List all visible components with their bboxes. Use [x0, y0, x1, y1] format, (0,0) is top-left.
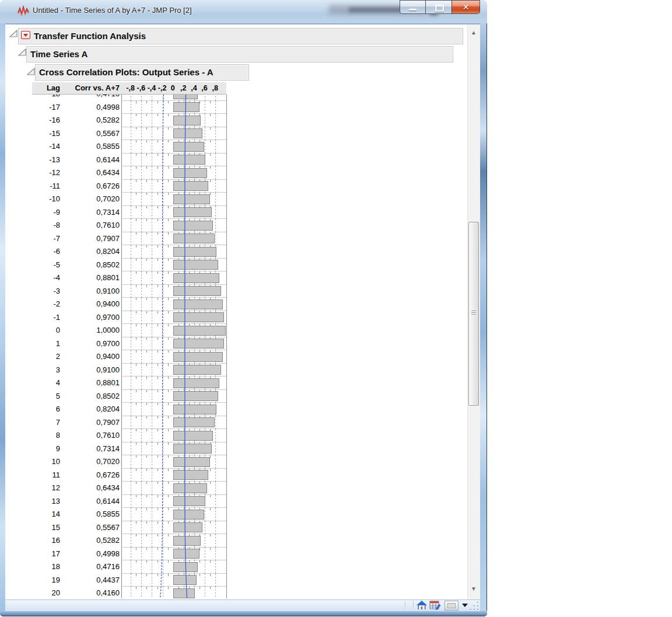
corr-cell: 0,7610 [63, 429, 120, 442]
lag-cell: 10 [32, 455, 60, 469]
corr-cell: 0,9100 [63, 364, 120, 377]
lag-cell: 1 [32, 337, 60, 351]
close-button[interactable]: ✕ [452, 0, 480, 14]
disclosure-triangle-icon[interactable] [27, 68, 35, 75]
disclosure-triangle-icon[interactable] [9, 30, 18, 37]
scroll-down-arrow[interactable]: ▼ [470, 585, 477, 592]
corr-cell: 0,8801 [63, 271, 120, 285]
window-border-right [480, 23, 487, 616]
outline-header-transfer-function: Transfer Function Analysis [18, 28, 463, 44]
chart-right-frame [226, 95, 227, 598]
disclosure-triangle-icon[interactable] [18, 48, 26, 56]
lag-cell: -3 [32, 285, 60, 298]
minimize-button[interactable] [400, 0, 426, 14]
corr-cell: 0,9400 [63, 350, 120, 364]
lag-cell: 15 [32, 521, 60, 535]
lag-cell: 8 [32, 429, 60, 442]
lag-cell: 3 [32, 364, 60, 377]
scrollbar-thumb[interactable] [468, 222, 479, 406]
jmp-window: Untitled - Time Series of A by A+7 - JMP… [0, 0, 487, 616]
window-border-bottom [0, 611, 487, 616]
corr-cell: 0,9700 [63, 311, 120, 325]
corr-cell: 0,8502 [63, 259, 120, 272]
statusbar-separator [413, 601, 414, 609]
lag-cell: 5 [32, 390, 60, 403]
corr-cell: 0,4716 [63, 560, 120, 574]
lag-cell: -14 [32, 140, 60, 154]
home-icon[interactable] [416, 601, 427, 610]
maximize-button[interactable] [425, 0, 452, 14]
lag-cell: 12 [32, 482, 60, 495]
lag-cell: 2 [32, 350, 60, 364]
lag-cell: -10 [32, 193, 60, 206]
corr-cell: 0,5282 [63, 534, 120, 548]
confidence-lines-overlay [121, 95, 226, 598]
corr-cell: 0,5282 [63, 114, 120, 127]
corr-cell: 0,5567 [63, 521, 120, 535]
corr-cell: 0,6144 [63, 154, 120, 167]
outline-title[interactable]: Time Series A [30, 47, 88, 62]
cross-correlation-table: -18 0,4716 -17 0,4998 -16 0,5282 -15 0,5… [32, 95, 226, 598]
lag-cell: -11 [32, 180, 60, 193]
table-header-band: Lag Corr vs. A+7 -,8-,6-,4-,20,2,4,6,8 [32, 82, 226, 95]
lag-cell: -13 [32, 154, 60, 167]
lag-cell: 7 [32, 416, 60, 430]
corr-cell: 0,7907 [63, 232, 120, 246]
window-title: Untitled - Time Series of A by A+7 - JMP… [33, 0, 192, 22]
background-blur-artifact [349, 8, 401, 12]
corr-cell: 0,8204 [63, 245, 120, 259]
corr-cell: 1,0000 [63, 324, 120, 337]
minimize-icon [409, 9, 416, 11]
red-triangle-menu-button[interactable] [21, 31, 30, 39]
corr-cell: 0,4998 [63, 101, 120, 114]
corr-cell: 0,7610 [63, 219, 120, 232]
scrollbar-grip [471, 311, 476, 311]
lag-cell: -18 [32, 95, 60, 101]
lag-cell: 11 [32, 469, 60, 482]
corr-cell: 0,7314 [63, 206, 120, 219]
panel-toggle-button[interactable] [444, 601, 459, 611]
lag-cell: 0 [32, 324, 60, 337]
corr-cell: 0,5567 [63, 127, 120, 141]
corr-cell: 0,5855 [63, 140, 120, 154]
lag-cell: -2 [32, 298, 60, 311]
axis-tick-label: -,8 [126, 82, 135, 94]
lag-cell: 17 [32, 548, 60, 561]
lag-cell: -16 [32, 114, 60, 127]
corr-cell: 0,4437 [63, 574, 120, 587]
lag-cell: -6 [32, 245, 60, 259]
lag-cell: -9 [32, 206, 60, 219]
axis-tick-label: ,8 [212, 82, 218, 94]
panel-toggle-icon [447, 603, 456, 608]
scroll-up-arrow[interactable]: ▲ [470, 29, 477, 36]
column-header-lag: Lag [32, 82, 60, 94]
jmp-app-icon [18, 5, 29, 17]
lag-cell: -7 [32, 232, 60, 246]
corr-cell: 0,4716 [63, 95, 120, 101]
axis-tick-label: ,4 [191, 82, 197, 94]
lag-cell: -8 [32, 219, 60, 232]
corr-cell: 0,8204 [63, 403, 120, 416]
resize-grip[interactable] [470, 602, 480, 611]
outline-header-time-series-a: Time Series A [26, 46, 453, 62]
data-table-icon[interactable] [429, 601, 441, 610]
corr-cell: 0,6726 [63, 469, 120, 482]
outline-title[interactable]: Transfer Function Analysis [34, 29, 146, 44]
outline-title[interactable]: Cross Correlation Plots: Output Series -… [39, 65, 214, 80]
lag-cell: -5 [32, 259, 60, 272]
dropdown-caret-icon[interactable] [462, 604, 468, 607]
corr-cell: 0,6726 [63, 180, 120, 193]
corr-cell: 0,4160 [63, 587, 120, 598]
corr-cell: 0,7314 [63, 442, 120, 456]
corr-cell: 0,7020 [63, 193, 120, 206]
status-bar [5, 599, 480, 611]
lag-cell: 14 [32, 508, 60, 521]
corr-cell: 0,8502 [63, 390, 120, 403]
axis-tick-label: ,6 [201, 82, 207, 94]
corr-cell: 0,8801 [63, 377, 120, 390]
corr-cell: 0,6434 [63, 482, 120, 495]
axis-tick-label: -,6 [137, 82, 146, 94]
lag-cell: -17 [32, 101, 60, 114]
corr-cell: 0,6434 [63, 166, 120, 180]
axis-tick-label: ,2 [180, 82, 186, 94]
